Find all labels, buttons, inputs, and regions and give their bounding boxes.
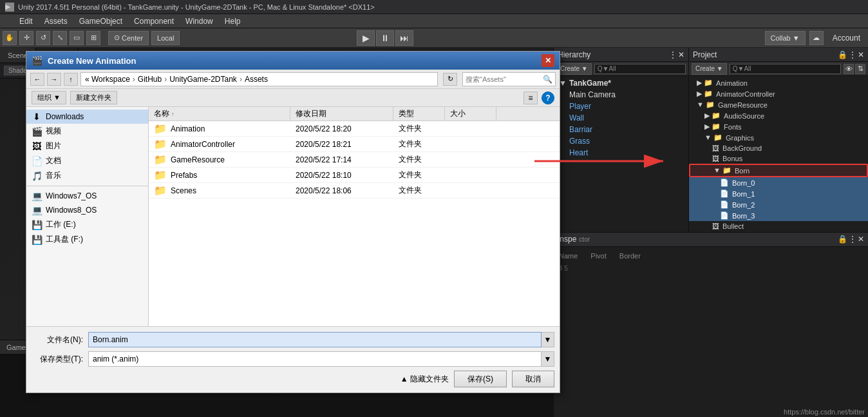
project-tree-item[interactable]: 📄Born_1 (689, 188, 868, 199)
path-assets[interactable]: Assets (245, 75, 268, 84)
menu-item-window[interactable]: Window (180, 15, 218, 27)
project-tree-item[interactable]: 📄Born_0 (689, 177, 868, 188)
hierarchy-list-item[interactable]: Wall (554, 112, 688, 124)
col-header-name[interactable]: 名称 ↑ (149, 107, 290, 121)
inspector-close[interactable]: ✕ (858, 235, 864, 244)
left-item-music[interactable]: 🎵 音乐 (26, 168, 148, 183)
hierarchy-item-label: Wall (569, 113, 584, 122)
project-tree-item[interactable]: ▶ 📁AnimatorController (689, 88, 868, 99)
cancel-button[interactable]: 取消 (512, 371, 554, 387)
file-row[interactable]: 📁 Animation 2020/5/22 18:20 文件夹 (149, 121, 560, 137)
path-workspace[interactable]: « Workspace (85, 75, 130, 84)
menu-item-edit[interactable]: Edit (14, 15, 38, 27)
help-button[interactable]: ? (542, 92, 554, 104)
left-item-win7[interactable]: 💻 Windows7_OS (26, 189, 148, 203)
inspector-lock-icon[interactable]: 🔒 (838, 235, 847, 244)
path-github[interactable]: GitHub (138, 75, 162, 84)
project-tree-item[interactable]: ▼ 📁GameResource (689, 99, 868, 110)
project-tree-item[interactable]: 📄Born_3 (689, 210, 868, 221)
menu-item-component[interactable]: Component (129, 15, 179, 27)
project-create-button[interactable]: Create ▼ (692, 63, 727, 75)
inspector-dots: ⋮ (849, 235, 856, 244)
project-tree-item[interactable]: ▼ 📁Born (689, 164, 868, 177)
left-item-downloads[interactable]: ⬇ Downloads (26, 110, 148, 124)
hierarchy-list-item[interactable]: Player (554, 101, 688, 112)
tree-label: Born (735, 167, 750, 175)
project-eye-button[interactable]: 👁 (844, 64, 854, 74)
hierarchy-list-item[interactable]: Heart (554, 147, 688, 159)
local-button[interactable]: Local (151, 31, 180, 45)
hierarchy-scene-root[interactable]: ▼ TankGame* (554, 77, 688, 89)
project-tree-item[interactable]: ▼ 📁Graphics (689, 132, 868, 143)
move-tool[interactable]: ✛ (19, 31, 33, 45)
project-tree-item[interactable]: 🖼BackGround (689, 143, 868, 153)
collab-button[interactable]: Collab ▼ (765, 31, 806, 45)
project-sort-button[interactable]: ⇅ (855, 64, 865, 74)
nav-back-button[interactable]: ← (30, 73, 44, 86)
col-header-date[interactable]: 修改日期 (290, 107, 393, 121)
view-button[interactable]: ≡ (524, 92, 538, 104)
folder-icon: 📁 (154, 138, 167, 150)
filename-input[interactable] (88, 332, 542, 347)
hide-folders-toggle[interactable]: ▲ 隐藏文件夹 (401, 374, 449, 385)
project-close[interactable]: ✕ (858, 50, 864, 59)
project-tree-item[interactable]: 🖼Enemys (689, 231, 868, 232)
project-tree-item[interactable]: ▶ 📁AudioSource (689, 110, 868, 121)
file-row[interactable]: 📁 Scenes 2020/5/22 18:06 文件夹 (149, 183, 560, 199)
nav-refresh-button[interactable]: ↻ (443, 73, 457, 86)
hand-tool[interactable]: ✋ (3, 31, 17, 45)
left-item-drive-e[interactable]: 💾 工作 (E:) (26, 217, 148, 232)
nav-forward-button[interactable]: → (47, 73, 61, 86)
left-item-documents[interactable]: 📄 文档 (26, 153, 148, 168)
left-item-video[interactable]: 🎬 视频 (26, 124, 148, 139)
menu-item-file[interactable] (3, 20, 13, 23)
hierarchy-list-item[interactable]: Grass (554, 135, 688, 147)
project-tree-item[interactable]: 🖼Bonus (689, 153, 868, 164)
hierarchy-list-item[interactable]: Barriar (554, 124, 688, 135)
filename-dropdown[interactable]: ▼ (542, 332, 554, 347)
rect-tool[interactable]: ▭ (70, 31, 84, 45)
path-unitygame[interactable]: UnityGame-2DTank (169, 75, 237, 84)
hierarchy-close[interactable]: ✕ (678, 50, 684, 59)
scale-tool[interactable]: ⤡ (53, 31, 67, 45)
project-tree-item[interactable]: ▶ 📁Animation (689, 77, 868, 88)
play-button[interactable]: ▶ (357, 30, 375, 46)
hierarchy-list-item[interactable]: Main Camera (554, 89, 688, 101)
project-tree-item[interactable]: 📄Born_2 (689, 199, 868, 210)
left-item-win8[interactable]: 💻 Windows8_OS (26, 203, 148, 217)
nav-up-button[interactable]: ↑ (64, 73, 78, 86)
project-search[interactable]: Q▼All (730, 64, 841, 74)
filetype-input[interactable] (88, 351, 542, 367)
project-tree-item[interactable]: 🖼Bullect (689, 221, 868, 231)
dialog-close-button[interactable]: ✕ (542, 54, 554, 67)
file-row[interactable]: 📁 GameResource 2020/5/22 17:14 文件夹 (149, 152, 560, 168)
rotate-tool[interactable]: ↺ (36, 31, 50, 45)
col-header-size[interactable]: 大小 (445, 107, 496, 121)
transform-tool[interactable]: ⊞ (86, 31, 100, 45)
col-header-type[interactable]: 类型 (393, 107, 445, 121)
file-row[interactable]: 📁 AnimatorController 2020/5/22 18:21 文件夹 (149, 137, 560, 152)
search-input[interactable] (466, 75, 543, 83)
menu-item-gameobject[interactable]: GameObject (74, 15, 127, 27)
account-button[interactable]: Account (827, 32, 865, 44)
org-button[interactable]: 组织 ▼ (32, 91, 66, 104)
dialog-nav: ← → ↑ « Workspace › GitHub › UnityGame-2… (26, 70, 560, 89)
project-tree-item[interactable]: ▶ 📁Fonts (689, 121, 868, 132)
hierarchy-toolbar: Create ▼ Q▼All (554, 62, 688, 76)
menu-item-assets[interactable]: Assets (39, 15, 73, 27)
inspector-header: Inspe ctor 🔒 ⋮ ✕ (554, 233, 868, 247)
file-row[interactable]: 📁 Prefabs 2020/5/22 18:10 文件夹 (149, 168, 560, 183)
filetype-row: 保存类型(T): ▼ (32, 351, 554, 367)
hierarchy-search[interactable]: Q▼All (594, 64, 686, 74)
pause-button[interactable]: ⏸ (376, 30, 394, 46)
step-button[interactable]: ⏭ (395, 30, 413, 46)
hierarchy-create-button[interactable]: Create ▼ (556, 63, 592, 75)
left-item-pictures[interactable]: 🖼 图片 (26, 139, 148, 153)
cloud-button[interactable]: ☁ (809, 31, 824, 45)
save-button[interactable]: 保存(S) (454, 371, 507, 387)
menu-item-help[interactable]: Help (220, 15, 246, 27)
center-button[interactable]: ⊙ Center (108, 31, 149, 45)
filetype-dropdown[interactable]: ▼ (542, 351, 554, 367)
new-folder-button[interactable]: 新建文件夹 (70, 91, 117, 104)
left-item-drive-f[interactable]: 💾 工具盘 (F:) (26, 232, 148, 247)
